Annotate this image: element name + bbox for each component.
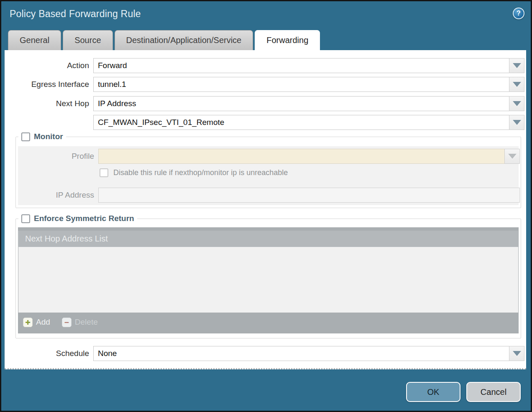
disable-rule-row: Disable this rule if nexthop/monitor ip …	[100, 168, 288, 177]
tab-forwarding[interactable]: Forwarding	[255, 30, 320, 51]
chevron-down-icon	[513, 101, 521, 106]
chevron-down-icon	[513, 120, 521, 125]
forwarding-tab-panel: Action Egress Interface Next Hop	[5, 50, 526, 369]
next-hop-address-list-toolbar: ✚ Add − Delete	[18, 313, 518, 332]
profile-label: Profile	[18, 149, 94, 164]
profile-dropdown-button[interactable]	[504, 149, 520, 164]
next-hop-row: Next Hop	[5, 96, 526, 111]
monitor-checkbox[interactable]	[21, 132, 30, 141]
minus-icon: −	[62, 318, 72, 327]
ok-button[interactable]: OK	[406, 382, 460, 402]
next-hop-label: Next Hop	[5, 96, 89, 111]
cancel-button[interactable]: Cancel	[466, 382, 521, 402]
next-hop-type-dropdown-button[interactable]	[509, 96, 524, 111]
egress-interface-dropdown-button[interactable]	[509, 77, 524, 92]
action-label: Action	[5, 58, 89, 73]
next-hop-address-input[interactable]	[93, 115, 524, 130]
egress-interface-input[interactable]	[93, 77, 524, 92]
disable-rule-label: Disable this rule if nexthop/monitor ip …	[113, 168, 288, 177]
monitor-ip-address-field	[98, 188, 520, 203]
next-hop-address-list-table: Next Hop Address List ✚ Add − Delete	[18, 227, 519, 333]
add-button[interactable]: ✚ Add	[23, 318, 50, 327]
schedule-label: Schedule	[5, 346, 89, 361]
disable-rule-checkbox[interactable]	[100, 168, 108, 177]
egress-interface-row: Egress Interface	[5, 77, 526, 92]
tab-general[interactable]: General	[8, 30, 61, 50]
delete-button[interactable]: − Delete	[62, 318, 98, 327]
add-button-label: Add	[36, 318, 50, 327]
next-hop-address-list-body	[18, 247, 518, 313]
delete-button-label: Delete	[75, 318, 98, 327]
next-hop-type-input[interactable]	[93, 96, 524, 111]
monitor-legend-label: Monitor	[34, 132, 63, 141]
action-dropdown-button[interactable]	[509, 58, 524, 73]
egress-interface-combo	[93, 77, 524, 92]
profile-combo	[98, 149, 520, 164]
next-hop-address-list-column-header[interactable]: Next Hop Address List	[18, 231, 518, 247]
enforce-symmetric-return-checkbox[interactable]	[21, 214, 30, 223]
action-combo	[93, 58, 524, 73]
tab-source[interactable]: Source	[63, 30, 113, 50]
monitor-group: Monitor Profile Disable this rule if nex…	[15, 132, 521, 208]
chevron-down-icon	[513, 82, 521, 87]
schedule-dropdown-button[interactable]	[509, 346, 524, 361]
help-icon: ?	[517, 10, 521, 17]
monitor-ip-address-label: IP Address	[18, 188, 94, 203]
action-input[interactable]	[93, 58, 524, 73]
action-row: Action	[5, 58, 526, 73]
chevron-down-icon	[513, 351, 521, 356]
enforce-symmetric-return-group: Enforce Symmetric Return Next Hop Addres…	[15, 214, 521, 338]
tab-destination-application-service[interactable]: Destination/Application/Service	[115, 30, 253, 50]
plus-icon: ✚	[23, 318, 33, 327]
next-hop-type-combo	[93, 96, 524, 111]
egress-interface-label: Egress Interface	[5, 77, 89, 92]
schedule-combo	[93, 346, 524, 361]
monitor-ip-address-input[interactable]	[98, 188, 520, 203]
help-button[interactable]: ?	[513, 8, 524, 19]
enforce-symmetric-return-legend-label: Enforce Symmetric Return	[34, 214, 134, 223]
tab-bar: General Source Destination/Application/S…	[8, 30, 320, 50]
next-hop-address-row	[5, 115, 526, 130]
chevron-down-icon	[508, 154, 517, 159]
enforce-symmetric-return-legend: Enforce Symmetric Return	[18, 214, 137, 223]
chevron-down-icon	[513, 63, 521, 68]
monitor-legend: Monitor	[18, 132, 66, 141]
next-hop-address-dropdown-button[interactable]	[509, 115, 524, 130]
schedule-row: Schedule	[5, 346, 526, 361]
pbf-rule-dialog: Policy Based Forwarding Rule ? General S…	[0, 0, 532, 412]
profile-input[interactable]	[98, 149, 520, 164]
next-hop-address-combo	[93, 115, 524, 130]
monitor-disabled-panel: Profile Disable this rule if nexthop/mon…	[18, 146, 519, 205]
schedule-input[interactable]	[93, 346, 524, 361]
page-title: Policy Based Forwarding Rule	[10, 8, 141, 20]
